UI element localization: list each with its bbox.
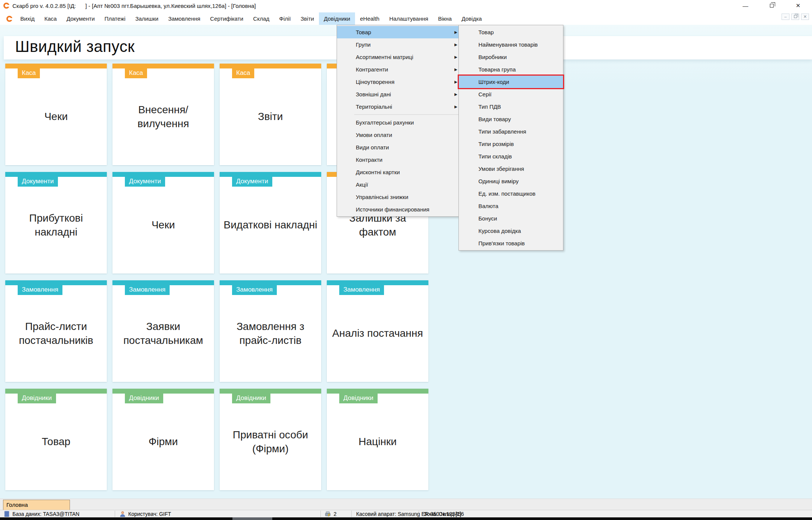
tile-vydatkovi-nakladni[interactable]: ДокументиВидаткові накладні (220, 172, 321, 274)
mdi-minimize-button[interactable]: – (782, 14, 789, 20)
menubar-item-sklad[interactable]: Склад (248, 12, 274, 25)
menu-item-tovar[interactable]: Товар▶ (337, 26, 461, 38)
submenu-item-typy-skladiv[interactable]: Типи складів (459, 150, 563, 163)
database-icon (4, 511, 10, 517)
submenu-item-typy-zabarvlennia[interactable]: Типи забарвлення (459, 125, 563, 138)
submenu-item-typ-pdv[interactable]: Тип ПДВ (459, 100, 563, 113)
menu-item-hrupy[interactable]: Групи▶ (337, 38, 461, 51)
tile-vnesennia-vyluchennia[interactable]: КасаВнесення/вилучення (112, 64, 214, 165)
submenu-item-tovarna-hrupa[interactable]: Товарна група (459, 63, 563, 76)
status-session-count: 2 (325, 510, 337, 518)
submenu-item-serii[interactable]: Серії (459, 88, 563, 100)
menubar-item-ehealth[interactable]: eHealth (355, 12, 384, 25)
menu-item-aktsii[interactable]: Акції (337, 178, 461, 191)
menubar: Вихід Каса Документи Платежі Залишки Зам… (0, 11, 812, 25)
tile-label: Чеки (5, 68, 107, 165)
menubar-item-kasa[interactable]: Каса (39, 12, 62, 25)
tab-holovna[interactable]: Головна (3, 500, 70, 510)
tile-strip (112, 64, 214, 68)
tile-zaiavky-postachalnykam[interactable]: ЗамовленняЗаявки постачальникам (112, 280, 214, 382)
menubar-item-nalashtuvannia[interactable]: Налаштування (384, 12, 433, 25)
submenu-arrow-icon: ▶ (454, 76, 457, 88)
menubar-item-zvity[interactable]: Звіти (296, 12, 319, 25)
tile-prybutkovi-nakladni[interactable]: ДокументиПрибуткові накладні (5, 172, 107, 274)
status-user: Користувач: GIFT (120, 510, 171, 518)
submenu-item-valiuta[interactable]: Валюта (459, 200, 563, 212)
status-database: База даних: TASA3@TITAN (4, 510, 79, 518)
dovidnyky-dropdown-menu: Товар▶ Групи▶ Асортиментні матриці▶ Конт… (337, 25, 462, 217)
app-logo-icon (6, 16, 12, 22)
tile-strip (327, 389, 428, 394)
tile-label: Аналіз постачання (327, 285, 428, 382)
tile-label: Фірми (112, 394, 214, 490)
mdi-close-button[interactable]: ✕ (801, 14, 809, 20)
tile-cheky-kasa[interactable]: КасаЧеки (5, 64, 107, 165)
taskbar-segment (232, 517, 272, 520)
tab-row: Головна (0, 499, 812, 510)
tile-cheky-dokumenty[interactable]: ДокументиЧеки (112, 172, 214, 274)
submenu-item-umovy-zberihannia[interactable]: Умови зберігання (459, 163, 563, 175)
menubar-item-filii[interactable]: Філії (274, 12, 296, 25)
restore-button[interactable] (763, 0, 780, 11)
tile-tovar[interactable]: ДовідникиТовар (5, 389, 107, 490)
menubar-item-sertyfikaty[interactable]: Сертифікати (205, 12, 248, 25)
menu-item-dyskontni-kartky[interactable]: Дисконтні картки (337, 166, 461, 178)
submenu-arrow-icon: ▶ (454, 88, 457, 100)
tovar-submenu: Товар Найменування товарів Виробники Тов… (458, 25, 563, 251)
menubar-item-zalyshky[interactable]: Залишки (131, 12, 164, 25)
mdi-restore-button[interactable] (791, 14, 799, 20)
tile-analiz-postachannia[interactable]: ЗамовленняАналіз постачання (327, 280, 428, 382)
tile-label: Прайс-листи постачальників (5, 285, 107, 382)
submenu-item-pryviazky-tovariv[interactable]: Прив'язки товарів (459, 237, 563, 249)
minimize-button[interactable]: — (737, 0, 754, 11)
menu-item-istochniki-finansirovaniya[interactable]: Источники финансирования (337, 203, 461, 216)
submenu-item-typy-rozmiriv[interactable]: Типи розмірів (459, 138, 563, 150)
submenu-item-ed-izm-postavshchikov[interactable]: Ед. изм. поставщиков (459, 187, 563, 200)
tile-strip (112, 172, 214, 177)
menubar-item-platezhi[interactable]: Платежі (100, 12, 131, 25)
menubar-item-dovidnyky[interactable]: Довідники (319, 12, 355, 25)
tile-label: Націнки (327, 394, 428, 490)
tile-pryvatni-osoby-firmy[interactable]: ДовідникиПриватні особи (Фірми) (220, 389, 321, 490)
tile-zamovlennia-z-price-lystiv[interactable]: ЗамовленняЗамовлення з прайс-листів (220, 280, 321, 382)
tile-strip (220, 64, 321, 68)
submenu-item-vydy-tovaru[interactable]: Види товару (459, 113, 563, 125)
tile-label: Товар (5, 394, 107, 490)
submenu-arrow-icon: ▶ (454, 100, 457, 113)
app-logo-icon (3, 3, 9, 9)
tile-natsinky[interactable]: ДовідникиНацінки (327, 389, 428, 490)
menu-item-kontrahenty[interactable]: Контрагенти▶ (337, 63, 461, 76)
menu-item-bukhhalterski-rakhunky[interactable]: Бухгалтерські рахунки (337, 116, 461, 129)
window-title: Скарб pro v. 4.0.2.85 [ІД: ] - [Апт №003… (12, 3, 256, 9)
menu-item-vydy-oplaty[interactable]: Види оплати (337, 141, 461, 154)
submenu-arrow-icon: ▶ (454, 63, 457, 76)
tile-firmy[interactable]: ДовідникиФірми (112, 389, 214, 490)
menubar-item-dovidka[interactable]: Довідка (457, 12, 487, 25)
submenu-item-odynytsi-vymiru[interactable]: Одиниці виміру (459, 175, 563, 187)
tile-price-lysty-postachalnykiv[interactable]: ЗамовленняПрайс-листи постачальників (5, 280, 107, 382)
submenu-item-shtrykh-kody[interactable]: Штрих-коди (459, 76, 563, 88)
submenu-item-tovar[interactable]: Товар (459, 26, 563, 38)
submenu-arrow-icon: ▶ (454, 26, 457, 38)
submenu-item-vyrobnyky[interactable]: Виробники (459, 51, 563, 63)
minimize-icon: — (743, 3, 748, 9)
menu-item-zovnishni-dani[interactable]: Зовнішні дані▶ (337, 88, 461, 100)
menu-item-terytorialni[interactable]: Територіальні▶ (337, 100, 461, 113)
menu-item-umovy-oplaty[interactable]: Умови оплати (337, 129, 461, 141)
menu-item-asortymentni-matrytsi[interactable]: Асортиментні матриці▶ (337, 51, 461, 63)
menubar-item-dokumenty[interactable]: Документи (62, 12, 100, 25)
tile-zvity-kasa[interactable]: КасаЗвіти (220, 64, 321, 165)
menu-item-tsinoutvorennia[interactable]: Ціноутворення▶ (337, 76, 461, 88)
menu-item-upravlinski-znyzhky[interactable]: Управлінські знижки (337, 191, 461, 203)
tile-label: Замовлення з прайс-листів (220, 285, 321, 382)
menu-item-kontrakty[interactable]: Контракти (337, 154, 461, 166)
menubar-item-vykhid[interactable]: Вихід (15, 12, 39, 25)
submenu-item-kursova-dovidka[interactable]: Курсова довідка (459, 225, 563, 237)
menu-separator (354, 114, 460, 115)
submenu-item-bonusy[interactable]: Бонуси (459, 212, 563, 225)
menubar-item-vikna[interactable]: Вікна (433, 12, 457, 25)
submenu-item-naimenuvannia-tovariv[interactable]: Найменування товарів (459, 38, 563, 51)
menubar-item-zamovlennia[interactable]: Замовлення (163, 12, 205, 25)
close-button[interactable]: ✕ (789, 0, 807, 11)
tile-label: Чеки (112, 177, 214, 274)
